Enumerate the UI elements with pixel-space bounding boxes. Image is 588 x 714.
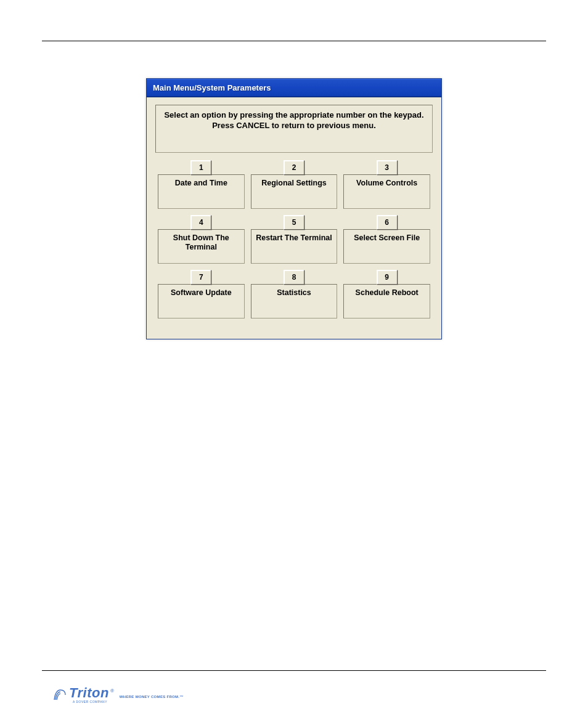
window-title: Main Menu/System Parameters	[153, 83, 271, 92]
keypad-button-2[interactable]: 2	[284, 160, 304, 175]
option-label-1: Date and Time	[158, 174, 245, 209]
option-label-3: Volume Controls	[343, 174, 430, 209]
keypad-button-8[interactable]: 8	[284, 270, 304, 285]
top-rule	[42, 41, 546, 41]
keypad-button-3[interactable]: 3	[377, 160, 398, 175]
instruction-box: Select an option by pressing the appropr…	[155, 105, 433, 153]
option-label-5: Restart The Terminal	[251, 229, 338, 264]
option-cell-5: 5 Restart The Terminal	[251, 215, 338, 264]
window-titlebar: Main Menu/System Parameters	[147, 79, 441, 97]
option-label-8: Statistics	[251, 284, 338, 318]
keypad-button-7[interactable]: 7	[190, 270, 211, 285]
option-cell-8: 8 Statistics	[251, 270, 338, 318]
option-cell-9: 9 Schedule Reboot	[343, 270, 430, 318]
option-label-4: Shut Down The Terminal	[158, 229, 245, 264]
option-cell-7: 7 Software Update	[158, 270, 245, 318]
brand-name: Triton	[69, 685, 109, 701]
instruction-line-1: Select an option by pressing the appropr…	[160, 110, 428, 121]
option-cell-4: 4 Shut Down The Terminal	[158, 215, 245, 264]
option-label-6: Select Screen File	[343, 229, 430, 264]
option-label-2: Regional Settings	[251, 174, 338, 209]
dialog-window: Main Menu/System Parameters Select an op…	[146, 78, 442, 339]
keypad-button-9[interactable]: 9	[377, 270, 398, 285]
keypad-button-6[interactable]: 6	[377, 215, 398, 230]
option-cell-6: 6 Select Screen File	[343, 215, 430, 264]
option-cell-3: 3 Volume Controls	[343, 160, 430, 209]
bottom-rule	[42, 670, 546, 671]
brand-subline: A DOVER COMPANY	[73, 700, 107, 704]
option-label-7: Software Update	[158, 284, 245, 318]
brand-tagline: WHERE MONEY COMES FROM.™	[120, 695, 184, 699]
option-cell-1: 1 Date and Time	[158, 160, 245, 209]
options-grid: 1 Date and Time 2 Regional Settings 3 Vo…	[155, 160, 433, 318]
option-label-9: Schedule Reboot	[343, 284, 430, 318]
instruction-line-2: Press CANCEL to return to previous menu.	[160, 121, 428, 131]
keypad-button-5[interactable]: 5	[284, 215, 304, 230]
footer-logo: Triton ® WHERE MONEY COMES FROM.™	[53, 685, 184, 701]
keypad-button-4[interactable]: 4	[190, 215, 211, 230]
window-body: Select an option by pressing the appropr…	[147, 97, 441, 339]
document-page: Main Menu/System Parameters Select an op…	[0, 0, 588, 339]
triton-logo-icon	[53, 688, 67, 701]
keypad-button-1[interactable]: 1	[190, 160, 211, 175]
option-cell-2: 2 Regional Settings	[251, 160, 338, 209]
registered-mark: ®	[110, 688, 114, 694]
